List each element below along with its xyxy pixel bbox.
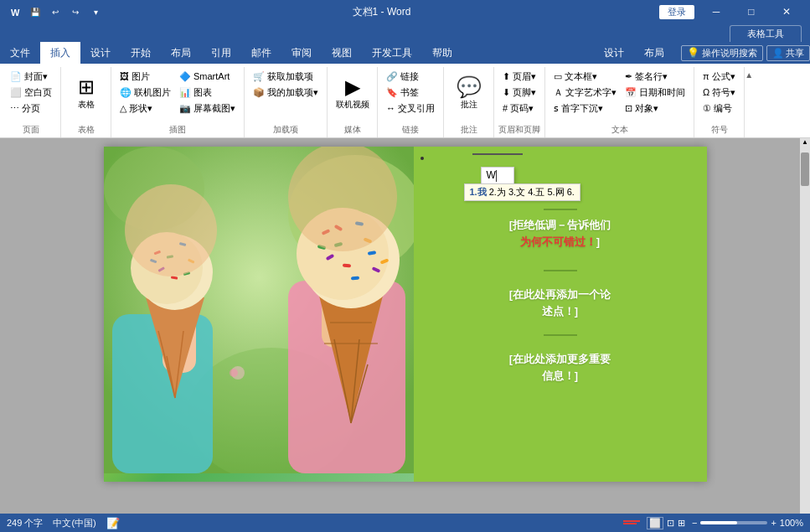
- zoom-in-btn[interactable]: +: [771, 518, 776, 528]
- illustrations-content: 🖼 图片 🌐 联机图片 △ 形状▾ 🔷 SmartArt: [115, 67, 240, 122]
- header-icon: ⬆: [503, 71, 510, 82]
- ime-autocomplete-popup[interactable]: 1.我 2.为 3.文 4.五 5.网 6.: [464, 183, 580, 201]
- view-icon-3[interactable]: ⊞: [678, 518, 685, 529]
- hyperlink-btn[interactable]: 🔗 链接: [383, 69, 438, 84]
- chart-btn[interactable]: 📊 图表: [176, 85, 239, 100]
- share-button[interactable]: 👤 共享: [766, 45, 810, 61]
- undo-btn[interactable]: ↩: [47, 3, 64, 20]
- minimize-btn[interactable]: ─: [699, 0, 733, 23]
- view-icon-2[interactable]: ⊡: [667, 518, 674, 529]
- shape-btn[interactable]: △ 形状▾: [116, 101, 174, 116]
- autocomplete-option-3[interactable]: 3.文: [508, 187, 525, 197]
- get-addins-btn[interactable]: 🛒 获取加载项: [250, 69, 322, 84]
- autocomplete-option-6[interactable]: 6.: [567, 187, 575, 197]
- screenshot-btn[interactable]: 📷 屏幕截图▾: [176, 101, 239, 116]
- wordart-btn[interactable]: Ａ 文字艺术字▾: [550, 85, 620, 100]
- tab-review[interactable]: 审阅: [281, 42, 322, 64]
- zoom-slider[interactable]: [700, 521, 767, 524]
- page-break-btn[interactable]: ⋯ 分页: [7, 101, 55, 116]
- cross-reference-btn[interactable]: ↔ 交叉引用: [383, 101, 438, 116]
- tab-insert[interactable]: 插入: [40, 42, 80, 64]
- tab-file[interactable]: 文件: [0, 42, 40, 64]
- object-icon: ⊡: [625, 103, 632, 114]
- view-icon-1[interactable]: ⬜: [647, 517, 663, 529]
- tab-table-layout[interactable]: 布局: [634, 43, 674, 64]
- content-section-2[interactable]: [在此处再添加一个论述点！]: [427, 287, 694, 319]
- store-icon: 🛒: [253, 71, 265, 82]
- picture-icon: 🖼: [120, 71, 129, 81]
- tab-view[interactable]: 视图: [322, 42, 362, 64]
- pi-icon: π: [703, 71, 709, 81]
- equation-btn[interactable]: π 公式▾: [699, 69, 739, 84]
- object-btn[interactable]: ⊡ 对象▾: [622, 101, 689, 116]
- search-commands-label: 操作说明搜索: [702, 47, 757, 59]
- section-1-text[interactable]: [拒绝低调－告诉他们 为何不可错过！]: [427, 217, 694, 250]
- tab-layout[interactable]: 布局: [161, 42, 201, 64]
- tab-references[interactable]: 引用: [201, 42, 241, 64]
- my-addins-btn[interactable]: 📦 我的加载项▾: [250, 85, 322, 100]
- table-btn[interactable]: ⊞ 表格: [68, 69, 105, 119]
- image-column: [104, 147, 414, 482]
- vertical-scrollbar[interactable]: ▲: [800, 138, 810, 514]
- scroll-up-btn[interactable]: ▲: [801, 138, 809, 152]
- scroll-thumb[interactable]: [801, 152, 809, 186]
- collapse-icon[interactable]: ▲: [745, 70, 753, 80]
- login-button[interactable]: 登录: [659, 5, 694, 19]
- datetime-btn[interactable]: 📅 日期和时间: [622, 85, 689, 100]
- document-content[interactable]: W 1.我 2.为 3.文 4.五 5.网 6. [拒绝低调－告: [0, 138, 810, 514]
- online-picture-btn[interactable]: 🌐 联机图片: [116, 85, 174, 100]
- ribbon-tabs: 文件 插入 设计 开始 布局 引用 邮件 审阅 视图 开发工具 帮助 设计 布局…: [0, 42, 810, 64]
- word-icon: W: [7, 3, 23, 20]
- tab-developer[interactable]: 开发工具: [362, 42, 422, 64]
- symbols-content: π 公式▾ Ω 符号▾ ① 编号: [698, 67, 740, 122]
- search-commands-btn[interactable]: 💡 操作说明搜索: [681, 45, 763, 61]
- customize-quick-btn[interactable]: ▾: [87, 3, 104, 20]
- content-section-1[interactable]: [拒绝低调－告诉他们 为何不可错过！]: [427, 202, 694, 255]
- content-section-3[interactable]: [在此处添加更多重要信息！]: [427, 351, 694, 384]
- ribbon-collapse-btn[interactable]: ▲: [745, 67, 758, 137]
- tab-table-design[interactable]: 设计: [594, 43, 634, 64]
- autocomplete-option-5[interactable]: 5.网: [548, 187, 565, 197]
- header-btn[interactable]: ⬆ 页眉▾: [499, 69, 539, 84]
- smartart-btn[interactable]: 🔷 SmartArt: [176, 69, 239, 84]
- cover-page-btn[interactable]: 📄 封面▾: [7, 69, 55, 84]
- section-2-text[interactable]: [在此处再添加一个论述点！]: [427, 287, 694, 319]
- blank-page-btn[interactable]: ⬜ 空白页: [7, 85, 55, 100]
- close-btn[interactable]: ✕: [770, 0, 803, 23]
- addins-label: 加载项: [273, 122, 298, 137]
- context-ribbon-bar: 表格工具: [0, 23, 810, 42]
- ribbon-group-links: 🔗 链接 🔖 书签 ↔ 交叉引用 链接: [378, 67, 444, 137]
- ribbon: 文件 插入 设计 开始 布局 引用 邮件 审阅 视图 开发工具 帮助 设计 布局…: [0, 42, 810, 138]
- bookmark-btn[interactable]: 🔖 书签: [383, 85, 438, 100]
- picture-btn[interactable]: 🖼 图片: [116, 69, 174, 84]
- cover-icon: 📄: [10, 71, 22, 82]
- text-column[interactable]: W 1.我 2.为 3.文 4.五 5.网 6. [拒绝低调－告: [414, 147, 707, 482]
- autocomplete-option-4[interactable]: 4.五: [528, 187, 544, 197]
- tab-help[interactable]: 帮助: [422, 42, 462, 64]
- zoom-out-btn[interactable]: −: [692, 518, 697, 528]
- symbol-btn[interactable]: Ω 符号▾: [699, 85, 739, 100]
- section-3-text[interactable]: [在此处添加更多重要信息！]: [427, 351, 694, 384]
- tab-home[interactable]: 开始: [121, 42, 161, 64]
- restore-btn[interactable]: □: [735, 0, 768, 23]
- signature-btn[interactable]: ✒ 签名行▾: [622, 69, 689, 84]
- footer-btn[interactable]: ⬇ 页脚▾: [499, 85, 539, 100]
- view-controls: ⬜ ⊡ ⊞: [647, 517, 685, 529]
- textbox-btn[interactable]: ▭ 文本框▾: [550, 69, 620, 84]
- numbering-btn[interactable]: ① 编号: [699, 101, 739, 116]
- autocomplete-option-2[interactable]: 2.为: [489, 187, 506, 197]
- comment-btn[interactable]: 💬 批注: [451, 69, 488, 119]
- dropcap-btn[interactable]: ꜱ 首字下沉▾: [550, 101, 620, 116]
- ribbon-group-table: ⊞ 表格 表格: [61, 67, 111, 137]
- save-quick-btn[interactable]: 💾: [27, 3, 44, 20]
- lightbulb-icon: 💡: [687, 47, 699, 59]
- document-area: ▲: [0, 138, 810, 514]
- redo-btn[interactable]: ↪: [67, 3, 84, 20]
- autocomplete-option-1[interactable]: 1.我: [470, 187, 487, 197]
- tab-mailings[interactable]: 邮件: [241, 42, 281, 64]
- page-number-btn[interactable]: # 页码▾: [499, 101, 539, 116]
- zoom-control: − + 100%: [692, 518, 803, 528]
- tab-design[interactable]: 设计: [80, 42, 121, 64]
- online-video-btn[interactable]: ▶ 联机视频: [334, 69, 371, 119]
- omega-icon: Ω: [703, 87, 709, 97]
